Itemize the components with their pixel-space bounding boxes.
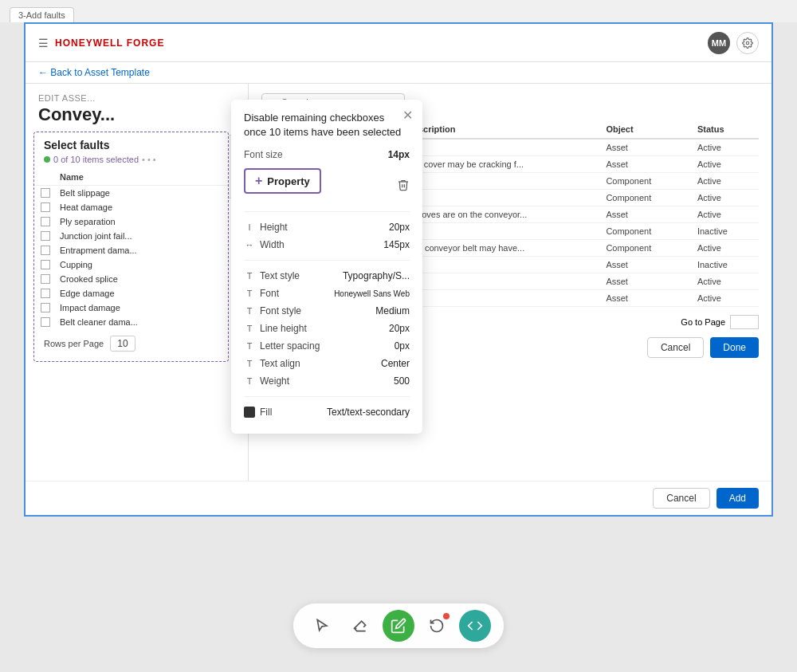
popover-tooltip: Disable remaining checkboxes once 10 ite… <box>244 111 410 140</box>
fill-label: Fill <box>260 407 272 418</box>
undo-tool-btn[interactable] <box>421 610 453 642</box>
width-icon: ↔ <box>244 240 255 250</box>
cell-object: Asset <box>601 139 693 156</box>
fault-checkbox[interactable] <box>41 260 50 269</box>
font-size-value: 14px <box>388 149 410 160</box>
fault-checkbox[interactable] <box>41 274 50 284</box>
font-size-row: Font size 14px <box>244 149 410 160</box>
fault-name: Junction joint fail... <box>60 231 222 241</box>
cell-description: - <box>402 273 602 290</box>
fault-row[interactable]: Junction joint fail... <box>34 229 228 243</box>
font-row: T Font Honeywell Sans Web <box>244 285 410 302</box>
avatar[interactable]: MM <box>708 32 730 54</box>
property-button[interactable]: + Property <box>244 168 321 194</box>
popover-close-button[interactable]: ✕ <box>402 108 413 123</box>
fault-row[interactable]: Cupping <box>34 257 228 272</box>
fault-row[interactable]: Belt cleaner dama... <box>34 315 228 329</box>
height-value: 20px <box>389 222 410 233</box>
letter-spacing-icon: T <box>244 341 255 351</box>
text-style-value: Typography/S... <box>343 270 410 281</box>
fault-checkbox[interactable] <box>41 246 50 255</box>
font-style-value: Medium <box>375 305 410 316</box>
asset-title: Convey... <box>38 104 235 125</box>
fault-row[interactable]: Crooked splice <box>34 272 228 286</box>
line-height-row: T Line height 20px <box>244 320 410 337</box>
edit-icon <box>391 618 406 634</box>
cell-object: Component <box>601 240 693 257</box>
bottom-cancel-button[interactable]: Cancel <box>653 488 709 509</box>
fault-checkbox[interactable] <box>41 217 50 226</box>
fault-row[interactable]: Heat damage <box>34 200 228 214</box>
back-link[interactable]: ← Back to Asset Template <box>38 67 759 78</box>
cell-object: Component <box>601 190 693 206</box>
fault-checkbox[interactable] <box>41 317 50 327</box>
fill-swatch <box>244 407 255 418</box>
width-row: ↔ Width 145px <box>244 236 410 253</box>
fault-row[interactable]: Belt slippage <box>34 186 228 200</box>
fault-row[interactable]: Impact damage <box>34 301 228 315</box>
fault-row[interactable]: Ply separation <box>34 214 228 229</box>
edit-tool-btn[interactable] <box>383 610 414 642</box>
code-tool-btn[interactable] <box>459 610 491 642</box>
font-style-row: T Font style Medium <box>244 302 410 320</box>
text-align-label: Text align <box>260 358 300 369</box>
fault-checkbox[interactable] <box>41 231 50 241</box>
cell-object: Asset <box>601 156 693 173</box>
fault-row[interactable]: Edge damage <box>34 286 228 301</box>
done-button[interactable]: Done <box>710 337 759 358</box>
text-align-value: Center <box>381 358 410 369</box>
fault-checkbox[interactable] <box>41 303 50 312</box>
font-label: Font <box>260 288 279 299</box>
cell-description: The conveyor belt may have... <box>402 240 602 257</box>
width-label: Width <box>260 239 285 250</box>
go-to-page-input[interactable] <box>730 315 759 329</box>
fault-name: Impact damage <box>60 303 222 312</box>
cell-description: - <box>402 257 602 273</box>
cell-object: Asset <box>601 290 693 307</box>
property-popover: Disable remaining checkboxes once 10 ite… <box>231 100 422 434</box>
cell-object: Asset <box>601 273 693 290</box>
menu-icon[interactable]: ☰ <box>38 37 49 49</box>
go-to-page: Go to Page <box>681 315 759 329</box>
cell-status: Active <box>693 206 759 223</box>
fault-name: Ply separation <box>60 217 222 226</box>
sub-header: ← Back to Asset Template <box>26 62 771 84</box>
col-object: Object <box>601 120 693 139</box>
fault-checkbox[interactable] <box>41 289 50 298</box>
plus-icon: + <box>255 174 262 188</box>
add-button[interactable]: Add <box>717 488 759 509</box>
tab-label[interactable]: 3-Add faults <box>10 7 74 22</box>
line-height-value: 20px <box>389 323 410 334</box>
cell-object: Asset <box>601 206 693 223</box>
weight-icon: T <box>244 376 255 386</box>
settings-icon[interactable] <box>736 32 759 54</box>
cell-status: Active <box>693 240 759 257</box>
cancel-button[interactable]: Cancel <box>647 337 704 358</box>
fault-checkbox[interactable] <box>41 188 50 198</box>
name-col-header: Name <box>60 172 222 182</box>
fill-row: Fill Text/text-secondary <box>244 403 410 421</box>
fault-row[interactable]: Entrapment dama... <box>34 243 228 257</box>
notification-dot <box>443 613 450 619</box>
divider-3 <box>244 396 410 397</box>
col-status: Status <box>693 120 759 139</box>
cell-description: - <box>402 139 602 156</box>
cursor-tool-btn[interactable] <box>306 610 338 642</box>
bottom-toolbar <box>293 603 504 648</box>
fault-name: Edge damage <box>60 289 222 298</box>
cell-object: Component <box>601 223 693 240</box>
font-icon: T <box>244 289 255 298</box>
fault-checkbox[interactable] <box>41 202 50 212</box>
trash-button[interactable] <box>397 179 410 195</box>
divider-1 <box>244 211 410 212</box>
property-btn-label: Property <box>267 175 309 187</box>
rows-per-page-value[interactable]: 10 <box>110 336 135 352</box>
fill-value: Text/text-secondary <box>327 407 410 418</box>
checkbox-col-header <box>41 172 60 182</box>
text-align-icon: T <box>244 359 255 368</box>
text-align-row: T Text align Center <box>244 355 410 372</box>
count-dot <box>44 156 50 163</box>
weight-value: 500 <box>394 375 410 387</box>
text-style-row: T Text style Typography/S... <box>244 267 410 285</box>
eraser-tool-btn[interactable] <box>344 610 376 642</box>
